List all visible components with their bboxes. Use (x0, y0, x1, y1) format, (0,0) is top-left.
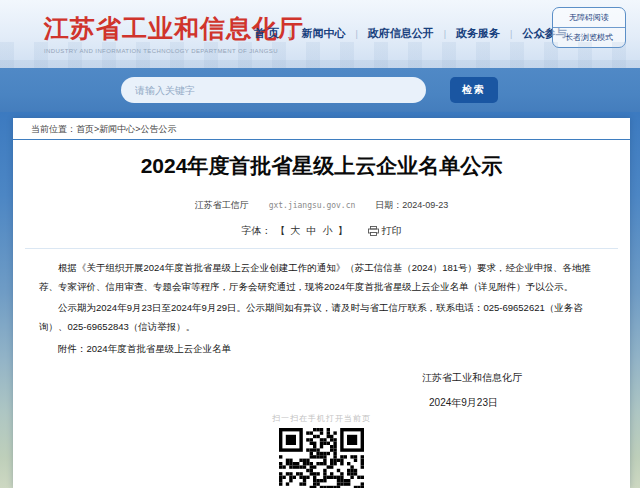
bracket-open: 【 (276, 224, 286, 238)
article-source: 江苏省工信厅 (195, 199, 249, 212)
article-meta: 江苏省工信厅 gxt.jiangsu.gov.cn 日期：2024-09-23 (13, 199, 630, 212)
font-size-large-button[interactable]: 大 (290, 224, 302, 238)
nav-item-news[interactable]: 新闻中心 (299, 26, 347, 41)
nav-item-services[interactable]: 政务服务 (454, 26, 502, 41)
article-site-url: gxt.jiangsu.gov.cn (269, 201, 356, 210)
search-band: 检索 (0, 68, 640, 112)
search-button[interactable]: 检索 (450, 77, 498, 103)
site-logo-subtitle: INDUSTRY AND INFORMATION TECHNOLOGY DEPA… (44, 48, 304, 54)
nav-separator: | (355, 29, 357, 39)
font-size-medium-button[interactable]: 中 (306, 224, 318, 238)
printer-icon (368, 226, 379, 236)
breadcrumb[interactable]: 当前位置：首页>新闻中心>公告公示 (13, 118, 630, 140)
site-header: 江苏省工业和信息化厅 INDUSTRY AND INFORMATION TECH… (0, 0, 640, 68)
content-panel: 当前位置：首页>新闻中心>公告公示 2024年度首批省星级上云企业名单公示 江苏… (13, 118, 630, 488)
nav-separator: | (444, 29, 446, 39)
qr-caption: 扫一扫在手机打开当前页 (13, 413, 630, 424)
font-size-label: 字体： (242, 224, 272, 238)
print-button[interactable]: 打印 (368, 224, 402, 238)
bracket-close: 】 (338, 224, 348, 238)
article-body: 根据《关于组织开展2024年度首批省星级上云企业创建工作的通知》（苏工信信基（2… (13, 249, 630, 358)
attachment-link[interactable]: 附件：2024年度首批省星级上云企业名单 (39, 339, 604, 358)
nav-item-home[interactable]: 首 页 (252, 26, 281, 41)
print-button-label: 打印 (382, 224, 402, 238)
nav-item-gov-info[interactable]: 政府信息公开 (366, 26, 436, 41)
accessibility-box: 无障碍阅读 长者浏览模式 (552, 7, 626, 48)
qr-section: 扫一扫在手机打开当前页 (13, 413, 630, 488)
accessibility-reading-button[interactable]: 无障碍阅读 (553, 8, 625, 27)
elder-mode-button[interactable]: 长者浏览模式 (553, 27, 625, 47)
main-nav: 首 页 | 新闻中心 | 政府信息公开 | 政务服务 | 公众参与 (252, 26, 568, 41)
page-title: 2024年度首批省星级上云企业名单公示 (13, 152, 630, 180)
font-size-controls: 字体：【大 中 小】 打印 (13, 224, 630, 238)
article-paragraph: 公示期为2024年9月23日至2024年9月29日。公示期间如有异议，请及时与省… (39, 298, 604, 336)
article-paragraph: 根据《关于组织开展2024年度首批省星级上云企业创建工作的通知》（苏工信信基（2… (39, 258, 604, 296)
qr-code (279, 428, 364, 488)
font-size-small-button[interactable]: 小 (322, 224, 334, 238)
signature-date: 2024年9月23日 (13, 396, 630, 410)
nav-separator: | (510, 29, 512, 39)
nav-separator: | (289, 29, 291, 39)
article-date: 日期：2024-09-23 (375, 199, 448, 212)
signature-org: 江苏省工业和信息化厅 (13, 371, 630, 385)
search-input[interactable] (121, 77, 426, 103)
